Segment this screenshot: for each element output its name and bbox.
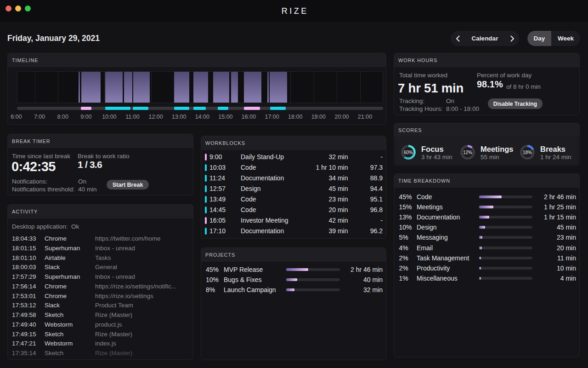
time-breakdown-row-percent: 2% [399, 254, 408, 262]
workblock-duration: 1 hr 10 min [316, 164, 348, 171]
workblock-row[interactable]: 13:49Code23 min95.1 [201, 195, 386, 205]
activity-detail: Rize (Master) [95, 331, 132, 338]
project-row[interactable]: 8%Launch Campaign32 min [201, 285, 386, 295]
workblock-kind-bar [205, 164, 207, 171]
workblock-title: Documentation [241, 174, 284, 182]
time-breakdown-row-bar-track [479, 277, 532, 280]
workblock-time: 16:05 [209, 217, 226, 224]
calendar-next-button[interactable] [505, 31, 519, 46]
activity-panel: ACTIVITY Desktop application: Ok 18:04:3… [7, 204, 193, 360]
score-percent: 60% [400, 144, 417, 161]
workblock-kind-bar [205, 185, 207, 192]
activity-detail: Tasks [95, 254, 111, 261]
project-row-bar-fill [286, 268, 309, 271]
activity-time: 18:01:10 [12, 254, 36, 261]
timeline-hour-label: 10:00 [102, 114, 116, 120]
time-breakdown-row-percent: 2% [399, 264, 408, 272]
tab-week[interactable]: Week [551, 31, 580, 46]
activity-app: Airtable [45, 254, 66, 261]
timeline-chart[interactable] [17, 71, 383, 103]
activity-row[interactable]: 17:47:21Webstormindex.js [12, 340, 189, 349]
time-breakdown-row-bar-track [479, 206, 532, 208]
tracking-hours-label: Tracking Hours: [399, 105, 443, 112]
time-breakdown-row[interactable]: 45%Code2 hr 46 min [394, 192, 579, 202]
workblock-title: Investor Meeting [241, 217, 288, 224]
workblock-time: 14:45 [209, 206, 226, 213]
workblock-row[interactable]: 11:24Documentation34 min88.9 [201, 173, 386, 184]
time-breakdown-row-bar-track [479, 257, 532, 259]
activity-row[interactable]: 18:01:15SuperhumanInbox - unread [12, 245, 189, 254]
time-breakdown-row-duration: 45 min [557, 224, 576, 231]
timeline-hour-label: 17:00 [265, 114, 279, 120]
projects-panel-title: PROJECTS [201, 248, 386, 262]
time-breakdown-row-percent: 45% [399, 193, 412, 201]
activity-app: Sketch [45, 311, 63, 318]
workblock-row[interactable]: 16:05Investor Meeting42 min- [201, 216, 386, 226]
activity-row[interactable]: 18:01:10AirtableTasks [12, 254, 189, 264]
score-duration: 55 min [481, 154, 499, 161]
workblock-duration: 20 min [328, 206, 348, 213]
project-row-duration: 32 min [363, 286, 383, 293]
time-breakdown-row[interactable]: 4%Email20 min [394, 243, 579, 253]
timeline-gridline [337, 72, 337, 103]
time-breakdown-row[interactable]: 2%Productivity10 min [394, 264, 579, 273]
activity-row[interactable]: 17:49:58SketchRize (Master) [12, 311, 189, 321]
time-breakdown-row[interactable]: 13%Documentation1 hr 15 min [394, 213, 579, 222]
workblock-row[interactable]: 10:03Code1 hr 10 min97.3 [201, 163, 386, 173]
workblock-score: 96.8 [370, 206, 383, 213]
timeline-gridline [58, 72, 58, 103]
activity-row[interactable]: 17:49:40Webstormproduct.js [12, 321, 189, 330]
calendar-button[interactable]: Calendar [464, 35, 505, 42]
workblock-row[interactable]: 14:45Code20 min96.8 [201, 205, 386, 215]
activity-app: Sketch [45, 331, 63, 338]
tab-day[interactable]: Day [527, 31, 551, 46]
scores-panel-title: SCORES [394, 123, 579, 137]
workblock-kind-bar [205, 217, 207, 224]
activity-row[interactable]: 18:00:03SlackGeneral [12, 264, 189, 273]
activity-row[interactable]: 17:53:12SlackProduct Team [12, 302, 189, 311]
timeline-activity-block [267, 72, 269, 103]
timeline-hour-label: 15:00 [218, 114, 232, 120]
timeline-hour-label: 11:00 [125, 114, 139, 120]
activity-app: Chrome [45, 293, 67, 299]
project-row-duration: 2 hr 46 min [351, 266, 383, 273]
timeline-activity-block [133, 72, 150, 103]
timeline-gridline [314, 72, 314, 103]
activity-app: Sketch [45, 350, 63, 356]
time-breakdown-row[interactable]: 2%Task Management11 min [394, 253, 579, 263]
time-breakdown-row[interactable]: 15%Meetings1 hr 25 min [394, 202, 579, 212]
timeline-panel: TIMELINE 6:007:008:009:0010:0011:0012:00… [7, 53, 386, 125]
activity-row[interactable]: 17:57:29SuperhumanInbox - unread [12, 273, 189, 282]
activity-row[interactable]: 18:04:33Chromehttps://twitter.com/home [12, 235, 189, 244]
time-breakdown-row-bar-fill [479, 247, 482, 249]
time-breakdown-row-name: Productivity [417, 264, 450, 272]
score-percent: 18% [519, 144, 536, 161]
workblock-time: 10:03 [209, 164, 226, 171]
activity-app: Slack [45, 302, 60, 309]
time-breakdown-row-duration: 2 hr 46 min [544, 193, 576, 201]
project-row[interactable]: 10%Bugs & Fixes40 min [201, 275, 386, 285]
time-breakdown-row[interactable]: 5%Messaging23 min [394, 233, 579, 242]
activity-row[interactable]: 17:49:15SketchRize (Master) [12, 331, 189, 340]
workblock-row[interactable]: 17:10Documentation39 min96.2 [201, 226, 386, 236]
project-row[interactable]: 45%MVP Release2 hr 46 min [201, 265, 386, 275]
activity-row[interactable]: 17:53:01Chromehttps://rize.io/settings [12, 293, 189, 302]
workblock-title: Documentation [241, 227, 284, 235]
project-row-name: MVP Release [224, 266, 263, 273]
disable-tracking-button[interactable]: Disable Tracking [488, 98, 543, 109]
break-timer-panel: BREAK TIMER Time since last break 0:42:3… [7, 134, 193, 196]
time-breakdown-row-name: Email [417, 244, 433, 252]
timeline-hour-label: 18:00 [288, 114, 302, 120]
time-breakdown-row-name: Task Management [417, 254, 469, 262]
start-break-button[interactable]: Start Break [107, 180, 149, 190]
workblock-row[interactable]: 12:57Design45 min94.4 [201, 184, 386, 194]
workblock-time: 9:00 [209, 153, 222, 161]
workblock-row[interactable]: 9:00Daily Stand-Up32 min- [201, 152, 386, 162]
score-name: Focus [421, 145, 444, 154]
activity-row[interactable]: 17:56:14Chromehttps://rize.io/settings/n… [12, 283, 189, 292]
activity-row[interactable]: 17:35:14SketchRize (Master) [12, 350, 189, 359]
time-breakdown-row-bar-fill [479, 216, 489, 218]
time-breakdown-row[interactable]: 1%Miscellaneous4 min [394, 274, 579, 283]
calendar-prev-button[interactable] [451, 31, 464, 46]
time-breakdown-row[interactable]: 10%Design45 min [394, 223, 579, 232]
